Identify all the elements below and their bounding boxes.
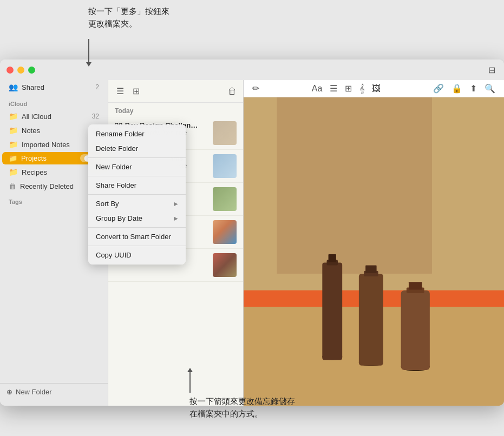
context-menu-item-delete-folder[interactable]: Delete Folder — [88, 141, 186, 156]
context-menu-separator — [88, 246, 186, 246]
copy-uuid-label: Copy UUID — [96, 251, 132, 259]
annotation-bottom: 按一下箭頭來更改備忘錄儲存 在檔案夾中的方式。 — [189, 395, 295, 420]
svg-rect-14 — [401, 290, 430, 370]
sidebar-item-label: Shared — [22, 83, 44, 91]
context-menu-item-sort-by[interactable]: Sort By ▶ — [88, 196, 186, 211]
editor-toolbar: ✏ Aa ☰ ⊞ 𝄞 🖼 🔗 🔒 ⬆ 🔍 — [244, 80, 504, 97]
delete-folder-label: Delete Folder — [96, 144, 138, 153]
submenu-chevron-icon: ▶ — [174, 201, 178, 207]
context-menu-item-convert-smart-folder[interactable]: Convert to Smart Folder — [88, 229, 186, 244]
context-menu-separator — [88, 194, 186, 195]
context-menu: Rename Folder Delete Folder New Folder S… — [88, 124, 186, 265]
context-menu-separator — [88, 227, 186, 228]
note-thumbnail — [213, 220, 237, 244]
folder-icon: 📁 — [9, 168, 18, 176]
sidebar-item-label: Imported Notes — [22, 141, 70, 149]
convert-smart-folder-label: Convert to Smart Folder — [96, 233, 171, 241]
folder-icon: 📁 — [9, 154, 17, 162]
arrow-top — [88, 39, 89, 63]
all-icloud-count: 32 — [92, 113, 99, 120]
context-menu-item-rename-folder[interactable]: Rename Folder — [88, 127, 186, 141]
rename-folder-label: Rename Folder — [96, 130, 145, 138]
text-format-button[interactable]: Aa — [312, 84, 323, 94]
note-section-header: Today — [108, 103, 243, 117]
folder-icon: 📁 — [9, 140, 18, 149]
table-button[interactable]: ⊞ — [345, 83, 352, 94]
context-menu-item-share-folder[interactable]: Share Folder — [88, 178, 186, 193]
note-thumbnail — [213, 154, 237, 178]
context-menu-separator — [88, 157, 186, 158]
context-menu-item-copy-uuid[interactable]: Copy UUID — [88, 248, 186, 262]
list-view-button[interactable]: ☰ — [115, 84, 126, 98]
grid-view-button[interactable]: ⊞ — [131, 84, 141, 98]
arrow-bottom — [189, 371, 191, 393]
group-by-date-label: Group By Date — [96, 214, 142, 222]
close-button[interactable] — [6, 67, 14, 74]
svg-rect-8 — [329, 254, 336, 262]
svg-rect-10 — [359, 274, 383, 366]
folder-icon: 📁 — [9, 126, 18, 135]
app-body: 👥 Shared 2 iCloud 📁 All iCloud 32 📁 Note… — [0, 80, 504, 406]
sidebar-item-label: Projects — [21, 154, 47, 162]
search-button[interactable]: 🔍 — [485, 83, 495, 94]
share-folder-label: Share Folder — [96, 181, 136, 189]
sidebar-item-label: Recently Deleted — [20, 182, 74, 190]
svg-rect-16 — [409, 282, 422, 289]
svg-rect-12 — [365, 266, 376, 273]
context-menu-separator — [88, 176, 186, 176]
note-list-toolbar: ☰ ⊞ 🗑 — [108, 80, 243, 103]
audio-button[interactable]: 𝄞 — [359, 84, 364, 94]
new-folder-label: New Folder — [16, 388, 51, 396]
compose-button[interactable]: ✏ — [252, 83, 259, 94]
note-thumbnail — [213, 253, 237, 277]
checklist-button[interactable]: ☰ — [330, 83, 337, 94]
share-button[interactable]: ⬆ — [470, 83, 477, 94]
sidebar-item-label: Notes — [22, 127, 40, 135]
context-menu-item-new-folder[interactable]: New Folder — [88, 160, 186, 174]
note-thumbnail — [213, 187, 237, 211]
note-thumbnail — [213, 121, 237, 145]
sidebar-item-all-icloud[interactable]: 📁 All iCloud 32 — [2, 110, 106, 123]
sidebar-item-shared[interactable]: 👥 Shared 2 — [2, 81, 106, 94]
lock-button[interactable]: 🔒 — [451, 83, 462, 94]
sidebar-item-label: All iCloud — [22, 113, 51, 121]
context-menu-item-group-by-date[interactable]: Group By Date ▶ — [88, 211, 186, 226]
editor-content — [244, 97, 504, 406]
sidebar-item-label: Recipes — [22, 168, 47, 176]
delete-note-button[interactable]: 🗑 — [228, 87, 237, 96]
icloud-section-label: iCloud — [0, 94, 108, 109]
shared-icon: 👥 — [9, 83, 18, 91]
svg-rect-1 — [277, 97, 432, 274]
svg-rect-6 — [322, 262, 342, 360]
trash-icon: 🗑 — [9, 182, 16, 190]
submenu-chevron-icon: ▶ — [174, 215, 178, 221]
folder-icon: 📁 — [9, 112, 18, 121]
shared-count: 2 — [95, 83, 99, 91]
link-button[interactable]: 🔗 — [433, 83, 444, 94]
sort-by-label: Sort By — [96, 200, 119, 208]
new-folder-label: New Folder — [96, 163, 132, 171]
photo-button[interactable]: 🖼 — [372, 84, 381, 94]
annotation-top: 按一下「更多」按鈕來 更改檔案夾。 — [88, 5, 169, 30]
new-folder-button[interactable]: ⊕ New Folder — [6, 388, 101, 396]
plus-icon: ⊕ — [6, 388, 12, 396]
traffic-lights — [6, 67, 35, 74]
minimize-button[interactable] — [17, 67, 24, 74]
sidebar-toggle-button[interactable]: ⊟ — [486, 64, 498, 76]
note-photo-display — [244, 97, 504, 406]
app-window: ⊟ 👥 Shared 2 iCloud 📁 All iCloud 32 📁 No… — [0, 60, 504, 406]
note-editor: ✏ Aa ☰ ⊞ 𝄞 🖼 🔗 🔒 ⬆ 🔍 — [244, 80, 504, 406]
maximize-button[interactable] — [28, 67, 35, 74]
titlebar: ⊟ — [0, 60, 504, 80]
